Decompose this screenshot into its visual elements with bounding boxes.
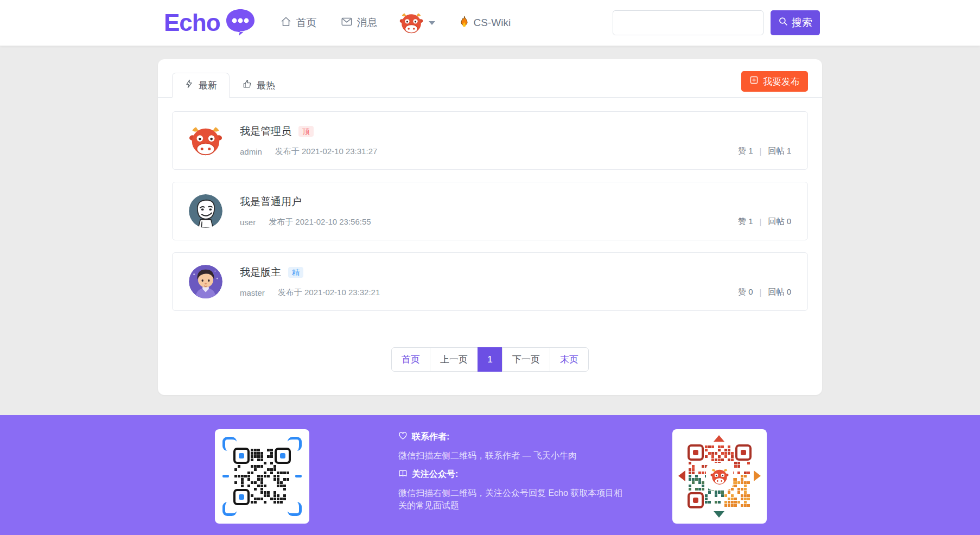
search-button[interactable]: 搜索 [771, 10, 820, 35]
avatar-cow [189, 124, 222, 157]
stats-divider: | [760, 217, 762, 226]
post-published: 发布于 2021-02-10 23:32:21 [278, 288, 380, 298]
replies-count: 回帖 0 [768, 287, 791, 297]
follow-text: 微信扫描右侧二维码，关注公众号回复 Echo 获取本项目相关的常见面试题 [398, 487, 624, 512]
footer-text-block: 联系作者: 微信扫描左侧二维码，联系作者 — 飞天小牛肉 关注公众号: 微信扫描… [398, 431, 626, 519]
tab-hottest-label: 最热 [257, 79, 275, 92]
pagination: 首页 上一页 1 下一页 末页 [391, 347, 589, 372]
tab-hottest[interactable]: 最热 [230, 73, 288, 98]
post-stats: 赞 1 | 回帖 0 [738, 216, 791, 227]
search-bar: 搜索 [613, 10, 820, 35]
avatar-meme-face [189, 194, 222, 228]
search-button-label: 搜索 [792, 16, 812, 30]
contact-title: 联系作者: [412, 431, 449, 443]
nav-messages-link[interactable]: 消息 [341, 16, 378, 30]
envelope-icon [341, 16, 353, 30]
post-stats: 赞 1 | 回帖 1 [738, 146, 791, 156]
open-book-icon [398, 469, 408, 480]
replies-count: 回帖 0 [768, 216, 791, 227]
post-title[interactable]: 我是版主 [240, 265, 281, 279]
pagination-prev[interactable]: 上一页 [430, 347, 478, 372]
logo-text: Echo [164, 9, 220, 36]
featured-badge: 精 [288, 267, 303, 278]
pagination-page-1[interactable]: 1 [478, 347, 502, 372]
pinned-badge: 顶 [298, 126, 314, 137]
post-author: master [240, 288, 265, 297]
tab-latest-label: 最新 [199, 79, 217, 92]
flame-icon [459, 15, 469, 31]
thumbs-up-icon [242, 79, 252, 92]
likes-count: 赞 1 [738, 146, 753, 156]
search-input[interactable] [613, 10, 763, 35]
nav-home-link[interactable]: 首页 [280, 16, 317, 30]
avatar-boy [189, 265, 222, 298]
post-author: user [240, 218, 256, 227]
posts-tabs-header: 最新 最热 我要发布 [158, 59, 822, 98]
qr-center-cow-logo [707, 464, 732, 489]
chevron-down-icon [429, 21, 435, 25]
post-row-master[interactable]: 我是版主 精 master 发布于 2021-02-10 23:32:21 赞 … [172, 252, 808, 311]
replies-count: 回帖 1 [768, 146, 791, 156]
stats-divider: | [760, 288, 762, 297]
publish-button[interactable]: 我要发布 [741, 71, 808, 92]
likes-count: 赞 1 [738, 216, 753, 227]
pagination-first[interactable]: 首页 [391, 347, 430, 372]
nav-messages-label: 消息 [357, 16, 378, 30]
publish-button-label: 我要发布 [763, 75, 800, 88]
post-published: 发布于 2021-02-10 23:31:27 [275, 147, 377, 157]
lightning-icon [184, 79, 194, 92]
speech-bubble-icon [225, 8, 256, 39]
stats-divider: | [760, 147, 762, 156]
echo-logo[interactable]: Echo [164, 7, 256, 39]
post-list: 我是管理员 顶 admin 发布于 2021-02-10 23:31:27 赞 … [158, 98, 822, 311]
pagination-last[interactable]: 末页 [550, 347, 589, 372]
posts-card: 最新 最热 我要发布 [158, 59, 822, 395]
post-row-user[interactable]: 我是普通用户 user 发布于 2021-02-10 23:56:55 赞 1 … [172, 182, 808, 240]
post-published: 发布于 2021-02-10 23:56:55 [269, 217, 371, 227]
post-title[interactable]: 我是普通用户 [240, 195, 302, 209]
contact-title-line: 联系作者: [398, 431, 626, 443]
heart-icon [398, 431, 408, 443]
nav-cs-wiki-link[interactable]: CS-Wiki [459, 15, 511, 31]
plus-square-icon [749, 75, 759, 87]
user-menu-dropdown[interactable] [399, 11, 435, 35]
post-row-admin[interactable]: 我是管理员 顶 admin 发布于 2021-02-10 23:31:27 赞 … [172, 111, 808, 170]
top-navbar: Echo 首页 消息 [0, 0, 980, 46]
home-icon [280, 16, 292, 30]
page-footer: 联系作者: 微信扫描左侧二维码，联系作者 — 飞天小牛肉 关注公众号: 微信扫描… [0, 415, 980, 535]
follow-title: 关注公众号: [412, 469, 458, 480]
post-author: admin [240, 147, 262, 156]
post-title[interactable]: 我是管理员 [240, 124, 291, 138]
contact-text: 微信扫描左侧二维码，联系作者 — 飞天小牛肉 [398, 449, 626, 462]
user-avatar-cow [399, 11, 423, 35]
contact-qr-code [215, 429, 309, 524]
post-stats: 赞 0 | 回帖 0 [738, 287, 791, 297]
wechat-official-qr-code [672, 429, 767, 524]
likes-count: 赞 0 [738, 287, 753, 297]
tab-latest[interactable]: 最新 [172, 73, 230, 98]
search-icon [778, 16, 788, 29]
follow-title-line: 关注公众号: [398, 469, 626, 480]
nav-cs-wiki-label: CS-Wiki [474, 17, 511, 29]
pagination-next[interactable]: 下一页 [502, 347, 550, 372]
nav-home-label: 首页 [296, 16, 317, 30]
